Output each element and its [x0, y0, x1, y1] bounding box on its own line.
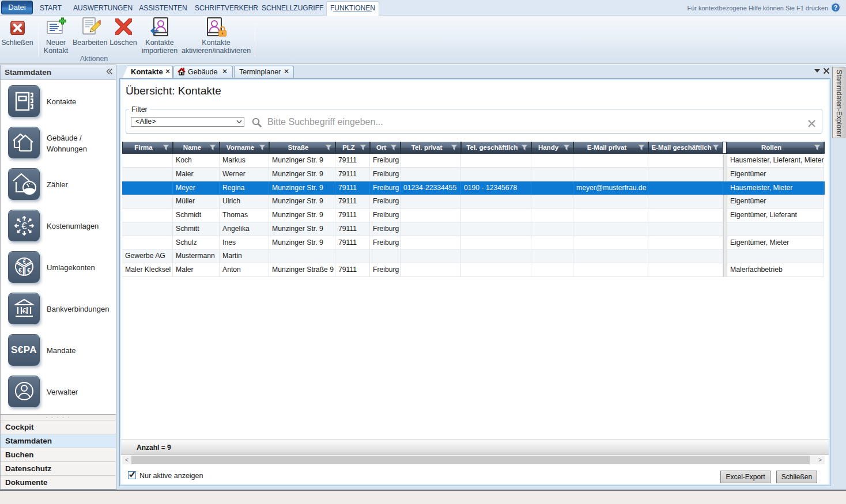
svg-text:€: €	[21, 221, 27, 232]
svg-text:€: €	[18, 267, 22, 274]
svg-text:€: €	[27, 267, 31, 274]
svg-text:?: ?	[834, 4, 837, 11]
svg-text:€: €	[22, 306, 27, 315]
svg-text:€: €	[23, 259, 27, 265]
